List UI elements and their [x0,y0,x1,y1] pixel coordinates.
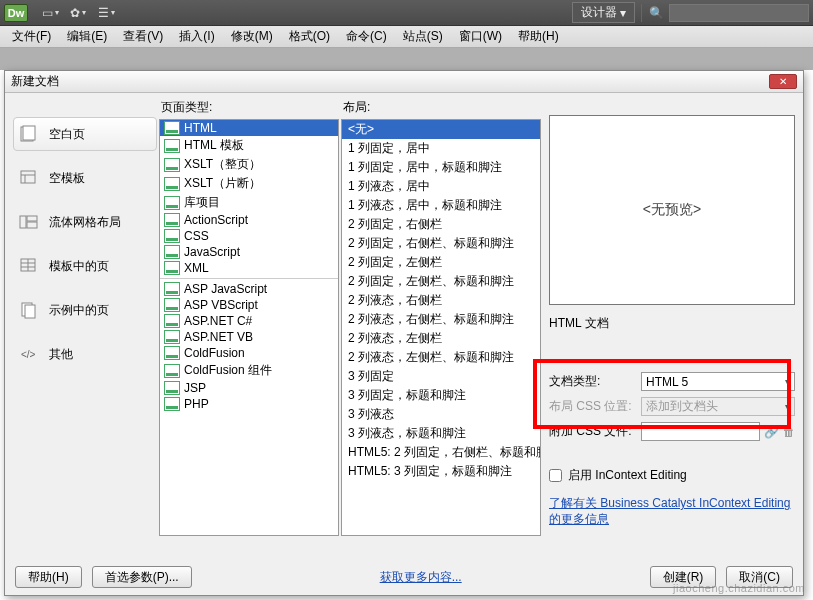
csspos-label: 布局 CSS 位置: [549,398,637,415]
category-item[interactable]: 流体网格布局 [13,205,157,239]
new-document-dialog: 新建文档 ✕ 空白页空模板流体网格布局模板中的页示例中的页</>其他 页面类型:… [4,70,804,596]
file-icon [164,314,180,328]
menu-file[interactable]: 文件(F) [4,26,59,47]
page-type-item[interactable]: CSS [160,228,338,244]
layout-item[interactable]: 2 列液态，右侧栏、标题和脚注 [342,310,540,329]
page-type-item[interactable]: XSLT（整页） [160,155,338,174]
page-type-label: JSP [184,381,206,395]
more-content-link[interactable]: 获取更多内容... [380,569,462,586]
page-type-item[interactable]: HTML 模板 [160,136,338,155]
layout-item[interactable]: 2 列固定，右侧栏 [342,215,540,234]
layout-item[interactable]: 2 列液态，左侧栏 [342,329,540,348]
layout-item[interactable]: 2 列固定，左侧栏 [342,253,540,272]
layout-item[interactable]: <无> [342,120,540,139]
layout-item[interactable]: 1 列固定，居中 [342,139,540,158]
workspace-switcher[interactable]: 设计器 ▾ [572,2,635,23]
menu-modify[interactable]: 修改(M) [223,26,281,47]
layout-item[interactable]: 1 列液态，居中 [342,177,540,196]
remove-css-icon[interactable]: 🗑 [783,425,795,439]
layout-item[interactable]: 2 列液态，右侧栏 [342,291,540,310]
layout-item[interactable]: HTML5: 3 列固定，标题和脚注 [342,462,540,481]
page-type-item[interactable]: ASP JavaScript [160,281,338,297]
page-type-label: JavaScript [184,245,240,259]
layout-item[interactable]: 2 列液态，左侧栏、标题和脚注 [342,348,540,367]
file-icon [164,261,180,275]
page-type-item[interactable]: JSP [160,380,338,396]
doctype-select[interactable]: HTML 5 [641,372,795,391]
category-item[interactable]: </>其他 [13,337,157,371]
cancel-button[interactable]: 取消(C) [726,566,793,588]
search-input[interactable] [669,4,809,22]
search-icon[interactable]: 🔍 [641,4,665,22]
page-type-item[interactable]: XSLT（片断） [160,174,338,193]
layout-icon[interactable]: ▭▾ [40,4,60,22]
create-button[interactable]: 创建(R) [650,566,717,588]
site-icon[interactable]: ☰▾ [96,4,116,22]
page-type-list[interactable]: HTMLHTML 模板XSLT（整页）XSLT（片断）库项目ActionScri… [159,119,339,536]
menu-commands[interactable]: 命令(C) [338,26,395,47]
layout-item[interactable]: 3 列液态，标题和脚注 [342,424,540,443]
enable-ice-checkbox[interactable] [549,469,562,482]
category-item[interactable]: 空模板 [13,161,157,195]
doctype-label: 文档类型: [549,373,637,390]
page-type-item[interactable]: 库项目 [160,193,338,212]
category-label: 空白页 [49,126,85,143]
layout-item[interactable]: HTML5: 2 列固定，右侧栏、标题和脚 [342,443,540,462]
layout-item[interactable]: 3 列固定 [342,367,540,386]
page-type-item[interactable]: XML [160,260,338,276]
page-type-item[interactable]: ActionScript [160,212,338,228]
category-item[interactable]: 示例中的页 [13,293,157,327]
page-type-label: HTML 模板 [184,137,244,154]
svg-rect-1 [23,126,35,140]
category-item[interactable]: 模板中的页 [13,249,157,283]
menu-view[interactable]: 查看(V) [115,26,171,47]
file-icon [164,158,180,172]
page-type-label: XML [184,261,209,275]
page-type-label: ASP.NET C# [184,314,252,328]
menu-site[interactable]: 站点(S) [395,26,451,47]
file-icon [164,298,180,312]
attachcss-field[interactable] [641,422,760,441]
ice-info-link[interactable]: 了解有关 Business Catalyst InContext Editing… [549,496,795,527]
enable-ice-label: 启用 InContext Editing [568,467,687,484]
layout-list[interactable]: <无>1 列固定，居中1 列固定，居中，标题和脚注1 列液态，居中1 列液态，居… [341,119,541,536]
file-icon [164,330,180,344]
layout-item[interactable]: 3 列固定，标题和脚注 [342,386,540,405]
page-type-item[interactable]: ASP.NET VB [160,329,338,345]
menu-insert[interactable]: 插入(I) [171,26,222,47]
extensions-icon[interactable]: ✿▾ [68,4,88,22]
dialog-titlebar: 新建文档 ✕ [5,71,803,93]
layout-item[interactable]: 2 列固定，右侧栏、标题和脚注 [342,234,540,253]
close-icon[interactable]: ✕ [769,74,797,89]
menu-window[interactable]: 窗口(W) [451,26,510,47]
page-type-header: 页面类型: [159,97,339,119]
page-type-item[interactable]: ASP.NET C# [160,313,338,329]
app-toolbar: Dw ▭▾ ✿▾ ☰▾ 设计器 ▾ 🔍 [0,0,813,26]
page-type-item[interactable]: PHP [160,396,338,412]
page-type-item[interactable]: ASP VBScript [160,297,338,313]
file-icon [164,229,180,243]
page-type-label: ColdFusion 组件 [184,362,272,379]
layout-item[interactable]: 1 列固定，居中，标题和脚注 [342,158,540,177]
page-type-item[interactable]: HTML [160,120,338,136]
page-type-label: XSLT（片断） [184,175,261,192]
page-type-item[interactable]: ColdFusion [160,345,338,361]
menu-help[interactable]: 帮助(H) [510,26,567,47]
prefs-button[interactable]: 首选参数(P)... [92,566,192,588]
layout-item[interactable]: 1 列液态，居中，标题和脚注 [342,196,540,215]
file-icon [164,282,180,296]
document-tab-strip [0,48,813,70]
page-type-item[interactable]: ColdFusion 组件 [160,361,338,380]
page-type-item[interactable]: JavaScript [160,244,338,260]
help-button[interactable]: 帮助(H) [15,566,82,588]
menu-format[interactable]: 格式(O) [281,26,338,47]
category-item[interactable]: 空白页 [13,117,157,151]
menu-edit[interactable]: 编辑(E) [59,26,115,47]
category-icon [17,167,41,189]
layout-item[interactable]: 2 列固定，左侧栏、标题和脚注 [342,272,540,291]
layout-item[interactable]: 3 列液态 [342,405,540,424]
file-icon [164,121,180,135]
svg-rect-2 [21,171,35,183]
link-css-icon[interactable]: 🔗 [764,425,779,439]
preview-area: <无预览> [549,115,795,305]
